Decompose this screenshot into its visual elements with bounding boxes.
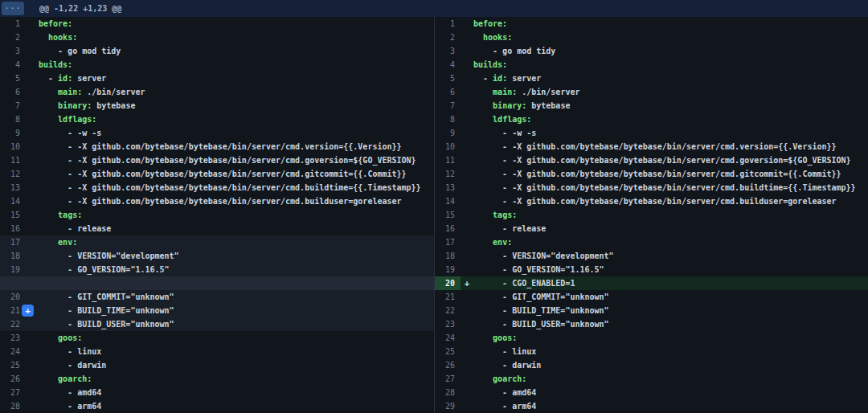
diff-marker bbox=[26, 140, 39, 153]
line-number[interactable]: 22 bbox=[435, 304, 461, 317]
code-line: - CGO_ENABLED=1 bbox=[473, 276, 868, 290]
code-line: tags: bbox=[473, 208, 868, 222]
line-number[interactable]: 17 bbox=[435, 235, 461, 249]
diff-row: 22 - BUILD_TIME="unknown" bbox=[435, 304, 868, 317]
diff-marker bbox=[26, 399, 39, 413]
line-number[interactable]: 17 bbox=[0, 235, 26, 249]
diff-marker bbox=[461, 345, 473, 358]
line-number[interactable]: 29 bbox=[435, 399, 461, 413]
line-number[interactable]: 14 bbox=[435, 194, 461, 208]
line-number[interactable]: 13 bbox=[435, 181, 461, 194]
line-number[interactable]: 23 bbox=[0, 331, 26, 345]
diff-marker bbox=[26, 126, 39, 140]
expand-hunk-button[interactable]: ··· bbox=[2, 2, 24, 15]
diff-row: 18 - VERSION="development" bbox=[0, 249, 434, 263]
line-number[interactable]: 11 bbox=[435, 153, 461, 167]
diff-marker bbox=[26, 317, 39, 331]
line-number[interactable]: 21 bbox=[435, 290, 461, 304]
line-number[interactable]: 16 bbox=[435, 222, 461, 235]
diff-row: 23 - BUILD_USER="unknown" bbox=[435, 317, 868, 331]
line-number[interactable]: 2 bbox=[0, 31, 26, 44]
line-number[interactable]: 4 bbox=[435, 58, 461, 72]
diff-marker bbox=[26, 58, 39, 72]
code-line: - -X github.com/bytebase/bytebase/bin/se… bbox=[473, 153, 868, 167]
code-line: - go mod tidy bbox=[473, 44, 868, 58]
line-number[interactable]: 24 bbox=[435, 331, 461, 345]
line-number[interactable]: 11 bbox=[0, 153, 26, 167]
line-number[interactable]: 8 bbox=[435, 112, 461, 126]
line-number[interactable]: 9 bbox=[435, 126, 461, 140]
line-number[interactable]: 3 bbox=[435, 44, 461, 58]
line-number[interactable]: 5 bbox=[435, 72, 461, 85]
line-number[interactable]: 15 bbox=[435, 208, 461, 222]
line-number[interactable]: 18 bbox=[435, 249, 461, 263]
line-number[interactable]: 22 bbox=[0, 317, 26, 331]
diff-row: 15 tags: bbox=[435, 208, 868, 222]
new-file-pane: 1before:2 hooks:3 - go mod tidy4builds:5… bbox=[434, 17, 868, 413]
code-line: - -w -s bbox=[473, 126, 868, 140]
line-number[interactable]: 16 bbox=[0, 222, 26, 235]
line-number[interactable]: 19 bbox=[0, 263, 26, 276]
line-number[interactable]: 1 bbox=[0, 17, 26, 31]
line-number[interactable]: 15 bbox=[0, 208, 26, 222]
added-line-marker: + bbox=[461, 276, 473, 290]
line-number[interactable]: 4 bbox=[0, 58, 26, 72]
line-number[interactable]: 1 bbox=[435, 17, 461, 31]
line-number[interactable]: 6 bbox=[0, 85, 26, 99]
line-number[interactable]: 20 bbox=[0, 290, 26, 304]
old-file-pane: 1before:2 hooks:3 - go mod tidy4builds:5… bbox=[0, 17, 434, 413]
line-number[interactable]: 12 bbox=[0, 167, 26, 181]
line-number[interactable]: 27 bbox=[435, 372, 461, 386]
line-number[interactable]: 25 bbox=[0, 358, 26, 372]
split-diff-view: ··· @@ -1,22 +1,23 @@ 1before:2 hooks:3 … bbox=[0, 0, 868, 413]
line-number[interactable]: 7 bbox=[0, 99, 26, 112]
diff-row: 20 - GIT_COMMIT="unknown" bbox=[0, 290, 434, 304]
diff-marker bbox=[26, 153, 39, 167]
diff-row: 25 - darwin bbox=[0, 358, 434, 372]
diff-row: 27 - amd64 bbox=[0, 386, 434, 399]
line-number[interactable]: 24 bbox=[0, 345, 26, 358]
line-number[interactable]: 3 bbox=[0, 44, 26, 58]
line-number[interactable]: 26 bbox=[0, 372, 26, 386]
line-number[interactable]: 27 bbox=[0, 386, 26, 399]
diff-row: 20+ - CGO_ENABLED=1 bbox=[435, 276, 868, 290]
diff-marker bbox=[26, 112, 39, 126]
code-line: - GIT_COMMIT="unknown" bbox=[39, 290, 434, 304]
diff-row: 8 ldflags: bbox=[0, 112, 434, 126]
line-number[interactable]: 12 bbox=[435, 167, 461, 181]
diff-marker bbox=[461, 167, 473, 181]
line-number[interactable]: 19 bbox=[435, 263, 461, 276]
line-number[interactable]: 18 bbox=[0, 249, 26, 263]
add-comment-button[interactable]: + bbox=[22, 305, 34, 317]
line-number[interactable]: 2 bbox=[435, 31, 461, 44]
line-number[interactable]: 10 bbox=[0, 140, 26, 153]
diff-marker bbox=[461, 304, 473, 317]
line-number[interactable]: 14 bbox=[0, 194, 26, 208]
code-line: - -w -s bbox=[39, 126, 434, 140]
code-line: - -X github.com/bytebase/bytebase/bin/se… bbox=[473, 194, 868, 208]
line-number[interactable]: 20 bbox=[435, 276, 461, 290]
diff-marker bbox=[461, 140, 473, 153]
code-line bbox=[39, 276, 434, 290]
line-number[interactable]: 10 bbox=[435, 140, 461, 153]
code-line: hooks: bbox=[473, 31, 868, 44]
line-number[interactable]: 6 bbox=[435, 85, 461, 99]
line-number[interactable]: 28 bbox=[435, 386, 461, 399]
code-line: - -X github.com/bytebase/bytebase/bin/se… bbox=[39, 153, 434, 167]
line-number[interactable]: 25 bbox=[435, 345, 461, 358]
line-number[interactable]: 28 bbox=[0, 399, 26, 413]
code-line: - GO_VERSION="1.16.5" bbox=[473, 263, 868, 276]
line-number[interactable]: 5 bbox=[0, 72, 26, 85]
line-number[interactable]: 26 bbox=[435, 358, 461, 372]
line-number[interactable]: 9 bbox=[0, 126, 26, 140]
line-number[interactable]: 23 bbox=[435, 317, 461, 331]
diff-row: 23 goos: bbox=[0, 331, 434, 345]
diff-row: 18 - VERSION="development" bbox=[435, 249, 868, 263]
line-number[interactable]: 8 bbox=[0, 112, 26, 126]
line-number[interactable]: 13 bbox=[0, 181, 26, 194]
diff-row: 17 env: bbox=[435, 235, 868, 249]
diff-row: 3 - go mod tidy bbox=[435, 44, 868, 58]
diff-row: 5 - id: server bbox=[435, 72, 868, 85]
diff-marker bbox=[26, 386, 39, 399]
line-number[interactable]: 7 bbox=[435, 99, 461, 112]
